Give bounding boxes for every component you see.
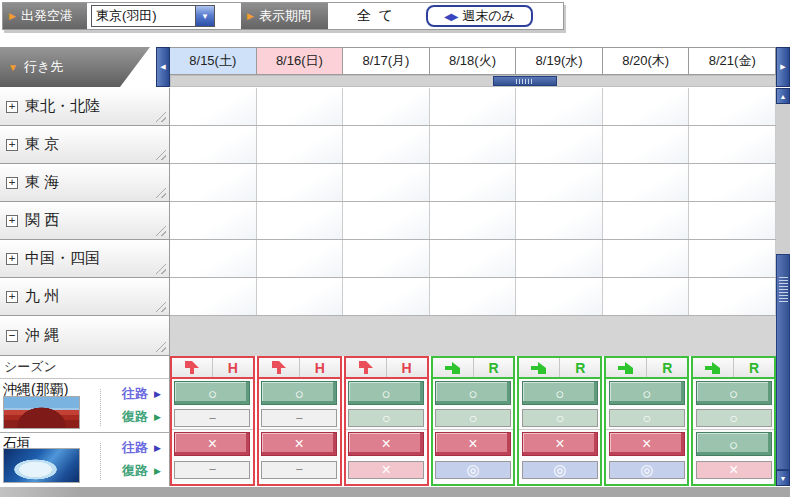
row-resize-grip[interactable] xyxy=(155,149,166,160)
sidebar-region-row[interactable]: +東 京 xyxy=(0,126,170,164)
availability-cell[interactable]: − xyxy=(261,409,337,427)
region-label: 沖 縄 xyxy=(25,326,59,345)
triangle-down-icon: ▼ xyxy=(8,62,18,73)
availability-cell[interactable]: ○ xyxy=(348,381,424,405)
expand-icon[interactable]: + xyxy=(6,291,18,303)
link-arrow-icon: ▶ xyxy=(154,466,161,476)
availability-row: ○ xyxy=(172,379,253,407)
date-cell: 8/15(土) xyxy=(170,48,257,74)
outbound-link[interactable]: 往路▶ xyxy=(122,385,161,403)
season-letter-half: R xyxy=(474,358,514,377)
right-arrow-icon xyxy=(445,361,461,375)
availability-row: ○ xyxy=(259,379,340,407)
row-resize-grip[interactable] xyxy=(155,225,166,236)
weekend-only-button[interactable]: ◀▶ 週末のみ xyxy=(426,5,533,27)
expand-icon[interactable]: + xyxy=(6,215,18,227)
availability-cell[interactable]: × xyxy=(609,432,685,456)
sidebar-region-row[interactable]: +関 西 xyxy=(0,202,170,240)
departure-airport-select[interactable]: 東京(羽田) ▼ xyxy=(91,5,215,27)
availability-cell[interactable]: − xyxy=(174,461,250,479)
availability-cell[interactable]: − xyxy=(174,409,250,427)
availability-cell[interactable]: × xyxy=(522,432,598,456)
scroll-up-button[interactable]: ▲ xyxy=(776,88,790,104)
grid-cell xyxy=(603,164,690,201)
availability-row: ○ xyxy=(346,379,427,407)
season-arrow-half xyxy=(606,358,647,377)
dropdown-arrow-icon[interactable]: ▼ xyxy=(195,6,214,26)
availability-cell[interactable]: ○ xyxy=(435,409,511,427)
horizontal-scrollbar[interactable] xyxy=(170,75,776,87)
availability-cell[interactable]: ◎ xyxy=(435,461,511,479)
collapse-icon[interactable]: − xyxy=(6,330,18,342)
sidebar-region-row[interactable]: +東北・北陸 xyxy=(0,88,170,126)
grid-cell xyxy=(343,88,430,125)
availability-row: − xyxy=(172,458,253,481)
availability-cell[interactable]: ○ xyxy=(261,381,337,405)
grid-cell xyxy=(430,278,517,315)
region-label: 東 海 xyxy=(25,173,59,192)
row-resize-grip[interactable] xyxy=(155,301,166,312)
scroll-down-button[interactable]: ▼ xyxy=(776,470,790,486)
grid-cell xyxy=(603,88,690,125)
grid-cell xyxy=(257,126,344,163)
vertical-scrollbar-thumb[interactable] xyxy=(776,254,790,470)
availability-cell[interactable]: ○ xyxy=(609,381,685,405)
availability-cell[interactable]: × xyxy=(261,432,337,456)
availability-cell[interactable]: × xyxy=(174,432,250,456)
availability-cell[interactable]: ◎ xyxy=(522,461,598,479)
availability-cell[interactable]: ○ xyxy=(696,432,772,456)
availability-cell[interactable]: × xyxy=(348,461,424,479)
availability-cell[interactable]: ◎ xyxy=(609,461,685,479)
availability-cell[interactable]: × xyxy=(348,432,424,456)
date-column-group: H○−×− xyxy=(170,356,255,486)
outbound-link[interactable]: 往路▶ xyxy=(122,439,161,457)
availability-symbol: ○ xyxy=(469,411,477,425)
availability-cell[interactable]: × xyxy=(435,432,511,456)
expand-icon[interactable]: + xyxy=(6,177,18,189)
bottom-edge-bar xyxy=(0,487,790,497)
scroll-dates-left-button[interactable]: ◀ xyxy=(156,47,170,87)
grid-cell xyxy=(170,240,257,277)
availability-symbol: − xyxy=(295,463,303,476)
availability-cell[interactable]: ○ xyxy=(435,381,511,405)
availability-cell[interactable]: ○ xyxy=(522,381,598,405)
sidebar-region-row[interactable]: +東 海 xyxy=(0,164,170,202)
grid-cell xyxy=(430,126,517,163)
availability-row: ○ xyxy=(433,407,514,430)
scroll-dates-right-button[interactable]: ▶ xyxy=(776,47,790,87)
availability-symbol: ○ xyxy=(556,411,564,425)
toolbar: ▶ 出発空港 東京(羽田) ▼ ▶ 表示期間 全 て ◀▶ 週末のみ xyxy=(2,2,564,30)
region-label: 九 州 xyxy=(25,287,59,306)
row-resize-grip[interactable] xyxy=(155,187,166,198)
return-link[interactable]: 復路▶ xyxy=(122,462,161,480)
return-link[interactable]: 復路▶ xyxy=(122,408,161,426)
horizontal-scrollbar-thumb[interactable] xyxy=(493,76,557,86)
display-period-label: ▶ 表示期間 xyxy=(241,3,328,29)
row-resize-grip[interactable] xyxy=(155,341,166,352)
row-resize-grip[interactable] xyxy=(155,111,166,122)
availability-symbol: × xyxy=(642,436,651,452)
availability-row: × xyxy=(519,430,600,458)
grid-cell xyxy=(689,202,776,239)
availability-cell[interactable]: ○ xyxy=(696,381,772,405)
expand-icon[interactable]: + xyxy=(6,101,18,113)
availability-symbol: ○ xyxy=(642,386,651,401)
grid-cell xyxy=(343,126,430,163)
availability-cell[interactable]: ○ xyxy=(348,409,424,427)
sidebar-region-row[interactable]: +中国・四国 xyxy=(0,240,170,278)
sidebar-region-row[interactable]: +九 州 xyxy=(0,278,170,316)
availability-cell[interactable]: ○ xyxy=(609,409,685,427)
row-resize-grip[interactable] xyxy=(155,263,166,274)
availability-cell[interactable]: × xyxy=(696,461,772,479)
availability-row: ○ xyxy=(519,407,600,430)
expand-icon[interactable]: + xyxy=(6,139,18,151)
availability-cell[interactable]: − xyxy=(261,461,337,479)
availability-cell[interactable]: ○ xyxy=(174,381,250,405)
availability-cell[interactable]: ○ xyxy=(522,409,598,427)
sidebar-region-row[interactable]: −沖 縄 xyxy=(0,316,170,356)
link-arrow-icon: ▶ xyxy=(154,389,161,399)
expand-icon[interactable]: + xyxy=(6,253,18,265)
vertical-scrollbar[interactable]: ▲ ▼ xyxy=(776,88,790,486)
availability-cell[interactable]: ○ xyxy=(696,409,772,427)
grid-cell xyxy=(343,240,430,277)
